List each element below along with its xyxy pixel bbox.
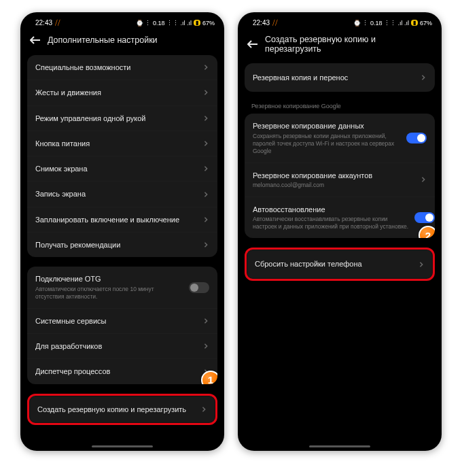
chevron-right-icon <box>202 191 209 198</box>
row-label: Сбросить настройки телефона <box>255 259 412 269</box>
row-power-button[interactable]: Кнопка питания <box>27 131 217 156</box>
chevron-right-icon <box>202 318 209 324</box>
highlight-backup-reset: Создать резервную копию и перезагрузить <box>27 394 217 425</box>
row-autorestore[interactable]: Автовосстановление Автоматически восстан… <box>245 197 435 238</box>
status-time: 22:43 <box>35 19 52 27</box>
chevron-right-icon <box>420 176 427 183</box>
status-bar: 22:43 ⧸⧸ ⌚ ⋮ 0.18 ⋮⋮ .ıl .ıl ▮ 67% <box>20 12 224 31</box>
settings-group-1: Специальные возможности Жесты и движения… <box>27 55 217 257</box>
status-left: 22:43 ⧸⧸ <box>253 19 278 27</box>
status-bar: 22:43 ⧸⧸ ⌚ ⋮ 0.18 ⋮⋮ .ıl .ıl ▮ 67% <box>238 12 442 31</box>
row-system-services[interactable]: Системные сервисы <box>27 308 217 333</box>
row-reset-phone[interactable]: Сбросить настройки телефона <box>247 250 433 278</box>
section-label-google: Резервное копирование Google <box>238 101 442 114</box>
row-label: Специальные возможности <box>35 63 197 72</box>
status-app-icon: ⧸⧸ <box>55 19 60 27</box>
callout-badge-1: 1 <box>201 371 217 384</box>
back-icon[interactable] <box>30 35 41 46</box>
back-icon[interactable] <box>247 39 258 50</box>
row-sublabel: melomano.cool@gmail.com <box>253 182 414 189</box>
status-app-icon: ⧸⧸ <box>272 19 278 27</box>
row-label: Системные сервисы <box>35 316 197 326</box>
chevron-right-icon <box>202 343 209 350</box>
row-label: Автовосстановление <box>253 205 409 214</box>
row-screenshot[interactable]: Снимок экрана <box>27 156 217 181</box>
status-time: 22:43 <box>253 19 270 27</box>
row-gestures[interactable]: Жесты и движения <box>27 80 217 105</box>
status-right-icons: ⌚ ⋮ 0.18 ⋮⋮ .ıl .ıl <box>136 20 192 27</box>
chevron-right-icon <box>200 406 207 413</box>
toggle-backup-data[interactable] <box>406 133 427 143</box>
toggle-otg[interactable] <box>189 282 209 293</box>
row-schedule-power[interactable]: Запланировать включение и выключение <box>27 207 217 232</box>
battery-label: 67% <box>420 20 432 27</box>
chevron-right-icon <box>202 115 209 122</box>
row-label: Резервное копирование аккаунтов <box>253 171 414 180</box>
row-label: Создать резервную копию и перезагрузить <box>37 405 195 414</box>
settings-group-2: Подключение OTG Автоматически отключаетс… <box>27 267 217 384</box>
page-header: Создать резервную копию и перезагрузить <box>238 31 442 63</box>
row-label: Подключение OTG <box>35 274 183 284</box>
row-label: Режим управления одной рукой <box>35 114 197 123</box>
row-backup-reset[interactable]: Создать резервную копию и перезагрузить <box>29 396 215 423</box>
row-backup-transfer[interactable]: Резервная копия и перенос <box>245 63 435 92</box>
toggle-autorestore[interactable] <box>414 212 435 223</box>
row-accessibility[interactable]: Специальные возможности <box>27 55 217 80</box>
row-otg[interactable]: Подключение OTG Автоматически отключаетс… <box>27 267 217 307</box>
chevron-right-icon <box>202 216 209 223</box>
row-label: Кнопка питания <box>35 139 197 148</box>
battery-icon: ▮ <box>194 20 200 26</box>
chevron-right-icon <box>418 261 425 268</box>
row-label: Жесты и движения <box>35 88 197 97</box>
phone-left: 22:43 ⧸⧸ ⌚ ⋮ 0.18 ⋮⋮ .ıl .ıl ▮ 67% Допол… <box>20 12 224 451</box>
battery-label: 67% <box>202 20 215 27</box>
status-left: 22:43 ⧸⧸ <box>35 19 60 27</box>
battery-icon: ▮ <box>411 20 418 26</box>
row-one-hand[interactable]: Режим управления одной рукой <box>27 105 217 131</box>
row-screen-record[interactable]: Запись экрана <box>27 181 217 206</box>
page-title: Дополнительные настройки <box>48 35 158 45</box>
row-label: Получать рекомендации <box>35 240 197 250</box>
row-developer[interactable]: Для разработчиков <box>27 333 217 358</box>
settings-group-google: Резервное копирование данных Сохранять р… <box>245 114 435 238</box>
chevron-right-icon <box>202 241 209 248</box>
row-process-manager[interactable]: Диспетчер процессов <box>27 358 217 384</box>
row-label: Запланировать включение и выключение <box>35 215 197 224</box>
row-label: Диспетчер процессов <box>35 367 197 376</box>
phone-right: 22:43 ⧸⧸ ⌚ ⋮ 0.18 ⋮⋮ .ıl .ıl ▮ 67% Созда… <box>238 12 442 451</box>
row-label: Запись экрана <box>35 189 197 199</box>
row-sublabel: Автоматически восстанавливать резервные … <box>253 216 409 231</box>
row-backup-accounts[interactable]: Резервное копирование аккаунтов melomano… <box>245 163 435 197</box>
row-label: Снимок экрана <box>35 164 197 173</box>
page-title: Создать резервную копию и перезагрузить <box>265 35 432 54</box>
status-right: ⌚ ⋮ 0.18 ⋮⋮ .ıl .ıl ▮ 67% <box>136 20 215 27</box>
home-indicator[interactable] <box>309 445 370 447</box>
callout-badge-2: 2 <box>419 226 435 238</box>
row-label: Резервное копирование данных <box>253 121 401 131</box>
home-indicator[interactable] <box>92 445 153 447</box>
row-sublabel: Сохранять резервные копии данных приложе… <box>253 133 401 155</box>
chevron-right-icon <box>202 140 209 147</box>
highlight-reset-phone: Сбросить настройки телефона <box>245 248 435 280</box>
row-label: Для разработчиков <box>35 341 197 351</box>
row-backup-data[interactable]: Резервное копирование данных Сохранять р… <box>245 114 435 162</box>
status-right: ⌚ ⋮ 0.18 ⋮⋮ .ıl .ıl ▮ 67% <box>353 20 432 27</box>
chevron-right-icon <box>202 64 209 71</box>
row-label: Резервная копия и перенос <box>253 73 414 82</box>
chevron-right-icon <box>420 74 427 81</box>
row-sublabel: Автоматически отключается после 10 минут… <box>35 286 183 301</box>
chevron-right-icon <box>202 165 209 172</box>
chevron-right-icon <box>202 89 209 96</box>
settings-group-backup: Резервная копия и перенос <box>245 63 435 92</box>
status-right-icons: ⌚ ⋮ 0.18 ⋮⋮ .ıl .ıl <box>353 20 409 27</box>
page-header: Дополнительные настройки <box>20 31 224 55</box>
row-recommendations[interactable]: Получать рекомендации <box>27 232 217 257</box>
